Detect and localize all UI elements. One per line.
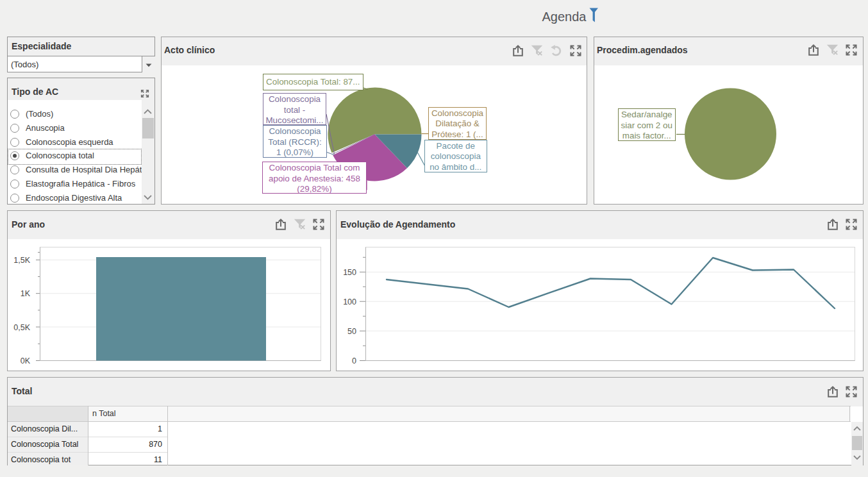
svg-text:0: 0 — [352, 356, 356, 365]
svg-text:1K: 1K — [21, 289, 31, 298]
svg-text:150: 150 — [343, 268, 356, 277]
svg-text:0K: 0K — [21, 356, 31, 365]
svg-text:1,5K: 1,5K — [13, 256, 30, 265]
svg-text:0,5K: 0,5K — [13, 323, 30, 332]
svg-text:100: 100 — [343, 297, 356, 306]
svg-text:50: 50 — [347, 327, 356, 336]
